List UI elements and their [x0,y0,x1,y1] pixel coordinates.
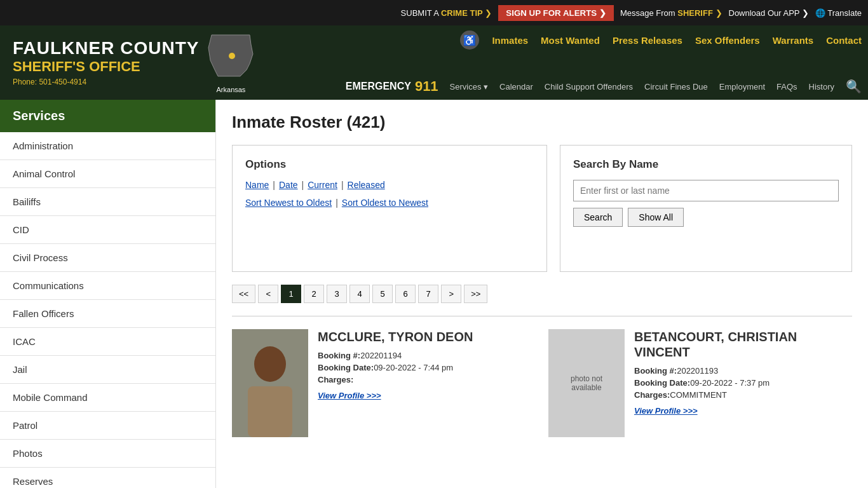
nav-press-releases[interactable]: Press Releases [613,35,682,46]
sidebar-item-icac[interactable]: ICAC [0,328,215,356]
pagination: << < 1 2 3 4 5 6 7 > >> [232,285,852,303]
inmate-grid: MCCLURE, TYRON DEON Booking #:202201194 … [232,329,852,437]
search-buttons: Search Show All [573,208,839,227]
nav-calendar[interactable]: Calendar [499,82,533,92]
nav-sex-offenders[interactable]: Sex Offenders [695,35,760,46]
nav-warrants[interactable]: Warrants [773,35,813,46]
sidebar-item-bailiffs[interactable]: Bailiffs [0,188,215,216]
sidebar-title: Services [0,100,215,132]
nav-history[interactable]: History [809,82,834,92]
view-profile-1[interactable]: View Profile >>> [634,406,698,416]
sidebar-item-animal-control[interactable]: Animal Control [0,160,215,188]
inmate-name-0: MCCLURE, TYRON DEON [318,329,473,344]
inmate-photo-0 [232,329,308,437]
crime-tip-text: SUBMIT A CRIME TIP ❯ [401,8,492,18]
top-bar: SUBMIT A CRIME TIP ❯ SIGN UP FOR ALERTS … [0,0,868,25]
sidebar-item-administration[interactable]: Administration [0,132,215,160]
page-3[interactable]: 3 [327,285,347,303]
filter-released[interactable]: Released [348,180,385,190]
page-wrapper: Services Administration Animal Control B… [0,100,868,488]
nav-top: ♿ Inmates Most Wanted Press Releases Sex… [275,30,862,50]
nav-bottom: EMERGENCY 911 Services ▾ Calendar Child … [275,78,862,95]
show-all-button[interactable]: Show All [628,208,684,227]
sidebar-item-photos[interactable]: Photos [0,440,215,468]
nav-employment[interactable]: Employment [719,82,765,92]
sidebar-item-cid[interactable]: CID [0,216,215,244]
phone: Phone: 501-450-4914 [13,78,199,86]
page-first[interactable]: << [232,285,255,303]
main-content: Inmate Roster (421) Options Name | Date … [216,100,868,488]
search-input[interactable] [573,180,839,201]
page-next[interactable]: > [441,285,461,303]
filter-current[interactable]: Current [308,180,337,190]
inmate-card-0: MCCLURE, TYRON DEON Booking #:202201194 … [232,329,536,437]
view-profile-0[interactable]: View Profile >>> [318,391,381,400]
logo-text: FAULKNER COUNTY SHERIFF'S OFFICE Phone: … [13,39,199,86]
inmate-booking-num-1: Booking #:202201193 [634,366,852,376]
page-5[interactable]: 5 [372,285,393,303]
page-7[interactable]: 7 [418,285,438,303]
translate-link[interactable]: 🌐 Translate [815,8,862,18]
nav-faqs[interactable]: FAQs [776,82,797,92]
nav-most-wanted[interactable]: Most Wanted [541,35,600,46]
filter-name[interactable]: Name [245,180,269,190]
divider [232,316,852,316]
svg-point-1 [229,53,235,59]
page-1[interactable]: 1 [281,285,301,303]
alerts-button[interactable]: SIGN UP FOR ALERTS ❯ [498,5,614,21]
options-filter-links: Name | Date | Current | Released [245,180,534,190]
inmate-charges-0: Charges: [318,375,473,384]
page-4[interactable]: 4 [349,285,370,303]
sort-newest[interactable]: Sort Newest to Oldest [245,198,332,208]
inmate-booking-date-1: Booking Date:09-20-2022 - 7:37 pm [634,378,852,388]
filter-date[interactable]: Date [279,180,298,190]
inmate-booking-date-0: Booking Date:09-20-2022 - 7:44 pm [318,363,473,372]
crime-tip-link[interactable]: CRIME TIP [441,8,483,18]
svg-rect-4 [248,386,292,437]
search-button[interactable]: Search [573,208,623,227]
sidebar-item-mobile-command[interactable]: Mobile Command [0,384,215,412]
accessibility-button[interactable]: ♿ [460,30,479,50]
page-last[interactable]: >> [464,285,487,303]
inmate-card-1: photo not available BETANCOURT, CHRISTIA… [548,329,852,437]
sidebar-item-fallen-officers[interactable]: Fallen Officers [0,300,215,328]
sidebar-item-civil-process[interactable]: Civil Process [0,244,215,272]
options-search-row: Options Name | Date | Current | Released… [232,145,852,272]
page-6[interactable]: 6 [395,285,416,303]
inmate-info-1: BETANCOURT, CHRISTIAN VINCENT Booking #:… [634,329,852,437]
emergency-badge: EMERGENCY 911 [346,78,438,95]
options-box: Options Name | Date | Current | Released… [232,145,547,272]
header: FAULKNER COUNTY SHERIFF'S OFFICE Phone: … [0,25,868,100]
nav-services[interactable]: Services ▾ [450,82,488,92]
page-title: Inmate Roster (421) [232,112,852,132]
sidebar-item-communications[interactable]: Communications [0,272,215,300]
sidebar-item-reserves[interactable]: Reserves [0,468,215,488]
header-left: FAULKNER COUNTY SHERIFF'S OFFICE Phone: … [0,25,269,100]
search-icon-button[interactable]: 🔍 [846,79,862,94]
header-right: ♿ Inmates Most Wanted Press Releases Sex… [269,25,868,100]
nav-contact[interactable]: Contact [826,35,862,46]
nav-child-support[interactable]: Child Support Offenders [545,82,633,92]
sidebar-item-jail[interactable]: Jail [0,356,215,384]
sort-oldest[interactable]: Sort Oldest to Newest [342,198,428,208]
arkansas-label: Arkansas [205,86,256,93]
sidebar: Services Administration Animal Control B… [0,100,216,488]
search-box: Search By Name Search Show All [560,145,852,272]
options-heading: Options [245,158,534,171]
inmate-info-0: MCCLURE, TYRON DEON Booking #:202201194 … [318,329,473,437]
sheriff-msg: Message From SHERIFF ❯ [620,8,722,18]
county-name: FAULKNER COUNTY [13,39,199,58]
inmate-name-1: BETANCOURT, CHRISTIAN VINCENT [634,329,852,360]
inmate-charges-1: Charges:COMMITMENT [634,390,852,400]
search-heading: Search By Name [573,158,839,171]
nav-inmates[interactable]: Inmates [492,35,528,46]
arkansas-map: Arkansas [205,32,256,93]
download-app-link[interactable]: Download Our APP ❯ [729,8,809,18]
nav-circuit-fines[interactable]: Circuit Fines Due [644,82,708,92]
sidebar-item-patrol[interactable]: Patrol [0,412,215,440]
sort-links: Sort Newest to Oldest | Sort Oldest to N… [245,198,534,208]
office-name: SHERIFF'S OFFICE [13,58,199,75]
inmate-photo-1: photo not available [548,329,625,437]
page-2[interactable]: 2 [304,285,324,303]
page-prev[interactable]: < [258,285,278,303]
